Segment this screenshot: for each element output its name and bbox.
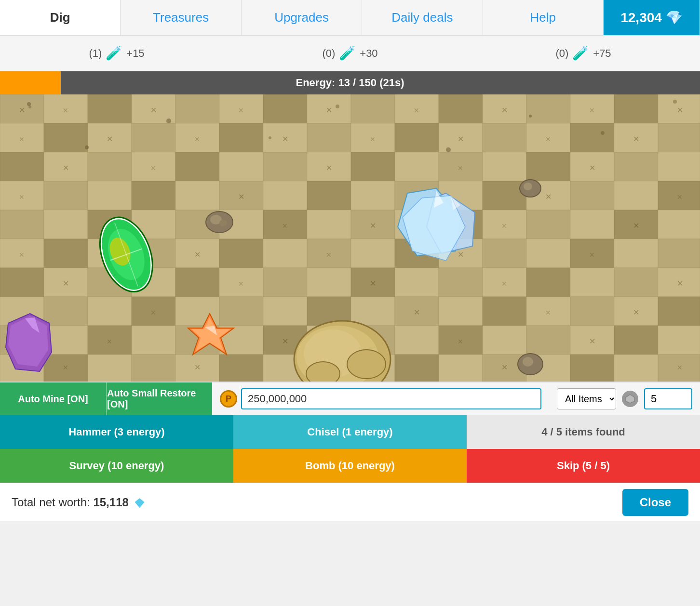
svg-rect-115 — [88, 297, 132, 326]
svg-text:✕: ✕ — [63, 106, 68, 114]
svg-point-257 — [306, 362, 340, 382]
svg-rect-89 — [351, 239, 395, 268]
svg-rect-63 — [614, 181, 658, 210]
potion-1[interactable]: (1) 🧪 +15 — [0, 45, 233, 61]
svg-text:✕: ✕ — [150, 106, 157, 114]
tab-treasures-label: Treasures — [153, 10, 209, 25]
svg-rect-44 — [483, 152, 526, 181]
tab-help-label: Help — [530, 10, 556, 25]
svg-text:✕: ✕ — [458, 135, 464, 143]
svg-text:✕: ✕ — [194, 363, 201, 371]
svg-text:✕: ✕ — [589, 106, 595, 114]
svg-rect-41 — [351, 152, 395, 181]
tab-daily-deals-label: Daily deals — [391, 10, 453, 25]
svg-rect-30 — [570, 123, 614, 152]
potion-2-count: (0) — [322, 47, 335, 60]
svg-text:✕: ✕ — [282, 337, 288, 345]
svg-rect-80 — [658, 210, 700, 239]
skip-button[interactable]: Skip (5 / 5) — [467, 449, 700, 483]
svg-rect-35 — [88, 152, 132, 181]
svg-rect-5 — [175, 94, 219, 123]
svg-point-229 — [219, 220, 227, 226]
close-button[interactable]: Close — [622, 489, 688, 516]
svg-rect-143 — [614, 326, 658, 355]
svg-text:✕: ✕ — [282, 222, 288, 230]
svg-rect-3 — [88, 94, 132, 123]
svg-text:✕: ✕ — [370, 135, 376, 143]
svg-rect-65 — [0, 210, 44, 239]
svg-rect-7 — [263, 94, 307, 123]
svg-text:✕: ✕ — [501, 363, 508, 371]
auto-restore-button[interactable]: Auto Small Restore [ON] — [106, 382, 212, 415]
svg-text:✕: ✕ — [677, 193, 683, 201]
tab-upgrades-label: Upgrades — [274, 10, 329, 25]
svg-rect-38 — [219, 152, 263, 181]
tab-treasures[interactable]: Treasures — [121, 0, 241, 35]
auto-mine-button[interactable]: Auto Mine [ON] — [0, 382, 106, 415]
svg-rect-150 — [219, 355, 263, 382]
svg-rect-86 — [219, 239, 263, 268]
svg-rect-119 — [263, 297, 307, 326]
svg-rect-56 — [307, 181, 351, 210]
svg-text:✕: ✕ — [414, 106, 419, 114]
svg-text:✕: ✕ — [370, 222, 376, 230]
tab-help[interactable]: Help — [483, 0, 604, 35]
svg-rect-11 — [439, 94, 483, 123]
net-worth-label: Total net worth: — [12, 496, 90, 509]
hammer-button[interactable]: Hammer (3 energy) — [0, 415, 233, 449]
gems-count: 12,304 — [620, 10, 662, 26]
svg-point-219 — [166, 119, 171, 123]
coin-input[interactable] — [241, 388, 541, 409]
svg-text:✕: ✕ — [370, 279, 376, 288]
svg-text:✕: ✕ — [633, 135, 639, 143]
count-input[interactable] — [644, 388, 692, 409]
coin-icon: P — [220, 390, 237, 408]
svg-point-225 — [446, 147, 451, 152]
svg-rect-37 — [175, 152, 219, 181]
nav-bar: Dig Treasures Upgrades Daily deals Help … — [0, 0, 700, 36]
svg-rect-138 — [395, 326, 439, 355]
filter-select[interactable]: All Items — [557, 388, 616, 409]
chisel-button[interactable]: Chisel (1 energy) — [233, 415, 467, 449]
skip-label: Skip (5 / 5) — [557, 460, 610, 472]
game-canvas[interactable]: ✕ ✕ ✕ ✕ ✕ ✕ ✕ ✕ ✕ ✕ ✕ ✕ ✕ ✕ ✕ ✕ ✕ ✕ ✕ ✕ … — [0, 94, 700, 382]
svg-text:✕: ✕ — [238, 193, 244, 201]
svg-text:✕: ✕ — [633, 222, 639, 230]
svg-rect-95 — [614, 239, 658, 268]
svg-text:✕: ✕ — [63, 364, 68, 371]
svg-rect-53 — [175, 181, 219, 210]
survey-button[interactable]: Survey (10 energy) — [0, 449, 233, 483]
svg-rect-103 — [263, 268, 307, 297]
svg-point-256 — [347, 350, 386, 379]
tab-daily-deals[interactable]: Daily deals — [362, 0, 483, 35]
svg-rect-121 — [351, 297, 395, 326]
svg-rect-107 — [439, 268, 483, 297]
bomb-button[interactable]: Bomb (10 energy) — [233, 449, 467, 483]
svg-rect-109 — [526, 268, 570, 297]
svg-rect-155 — [439, 355, 483, 382]
close-label: Close — [640, 496, 671, 509]
tab-dig[interactable]: Dig — [0, 0, 121, 35]
svg-text:✕: ✕ — [633, 308, 639, 316]
svg-point-218 — [28, 105, 31, 108]
controls-row3-actions: Survey (10 energy) Bomb (10 energy) Skip… — [0, 449, 700, 483]
svg-text:✕: ✕ — [19, 106, 25, 114]
energy-bar: Energy: 13 / 150 (21s) — [0, 71, 700, 94]
svg-text:✕: ✕ — [589, 337, 595, 345]
svg-text:✕: ✕ — [414, 308, 420, 316]
potion-3-icon: 🧪 — [572, 45, 589, 61]
svg-rect-45 — [526, 152, 570, 181]
svg-point-222 — [673, 100, 677, 104]
svg-rect-39 — [263, 152, 307, 181]
svg-rect-55 — [263, 181, 307, 210]
tab-upgrades[interactable]: Upgrades — [242, 0, 362, 35]
coin-section: P — [212, 388, 549, 409]
svg-text:✕: ✕ — [150, 164, 156, 172]
svg-rect-47 — [614, 152, 658, 181]
potion-2[interactable]: (0) 🧪 +30 — [233, 45, 467, 61]
svg-rect-126 — [570, 297, 614, 326]
potion-3[interactable]: (0) 🧪 +75 — [467, 45, 700, 61]
svg-rect-42 — [395, 152, 439, 181]
svg-rect-118 — [219, 297, 263, 326]
svg-text:✕: ✕ — [501, 106, 508, 114]
